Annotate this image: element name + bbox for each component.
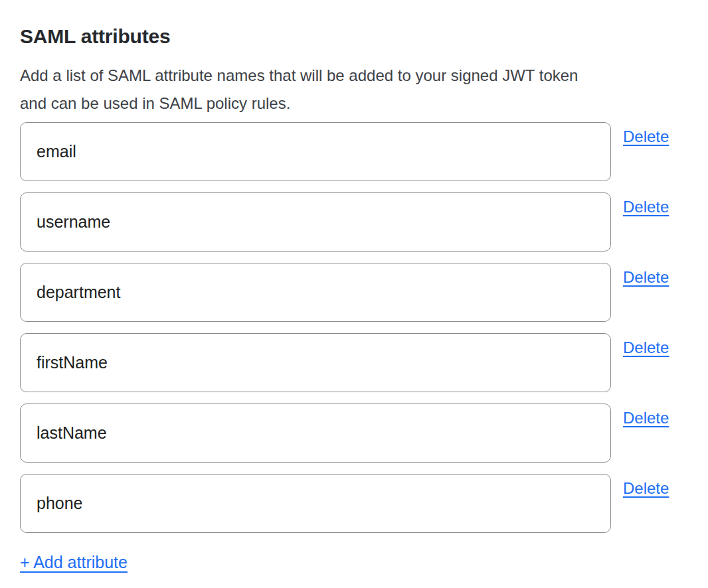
delete-attribute-link[interactable]: Delete (623, 478, 669, 498)
attribute-name-input[interactable] (20, 122, 611, 181)
attribute-name-input[interactable] (20, 404, 611, 463)
delete-attribute-link[interactable]: Delete (623, 338, 669, 357)
attribute-row: Delete (20, 474, 688, 533)
description-line-1: Add a list of SAML attribute names that … (20, 62, 688, 90)
add-attribute-link[interactable]: + Add attribute (20, 552, 128, 572)
attribute-name-input[interactable] (20, 474, 611, 533)
attribute-rows: Delete Delete Delete Delete Delete Delet… (20, 122, 688, 533)
attribute-row: Delete (20, 122, 688, 181)
delete-attribute-link[interactable]: Delete (623, 127, 669, 146)
attribute-name-input[interactable] (20, 333, 611, 392)
description-line-2: and can be used in SAML policy rules. (20, 90, 688, 117)
attribute-row: Delete (20, 404, 688, 463)
section-description: Add a list of SAML attribute names that … (20, 62, 688, 117)
section-title: SAML attributes (20, 24, 688, 49)
attribute-row: Delete (20, 333, 688, 392)
delete-attribute-link[interactable]: Delete (623, 197, 669, 216)
saml-attributes-section: SAML attributes Add a list of SAML attri… (0, 0, 708, 588)
attribute-name-input[interactable] (20, 192, 611, 252)
attribute-name-input[interactable] (20, 263, 611, 322)
attribute-row: Delete (20, 192, 688, 252)
delete-attribute-link[interactable]: Delete (623, 267, 669, 287)
delete-attribute-link[interactable]: Delete (623, 408, 669, 427)
attribute-row: Delete (20, 263, 688, 322)
